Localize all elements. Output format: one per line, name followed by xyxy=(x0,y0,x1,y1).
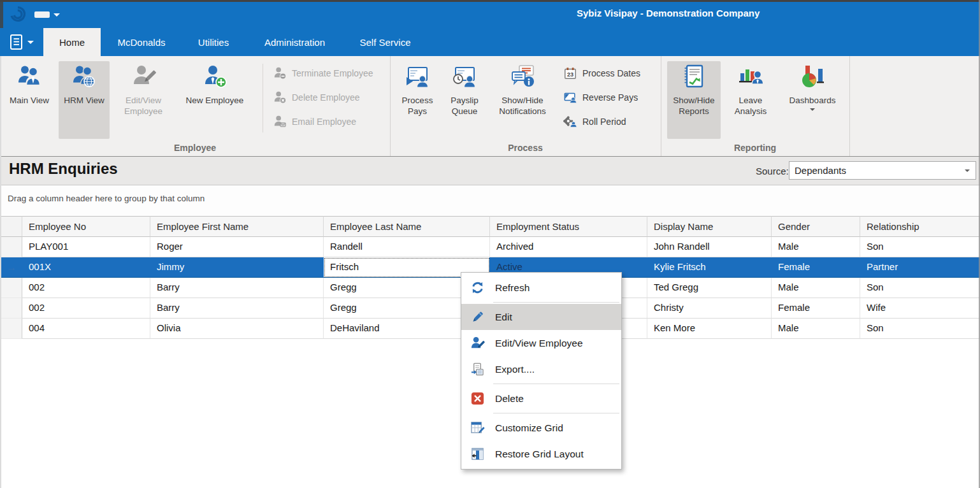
grid-cell[interactable]: Male xyxy=(772,278,860,298)
person-edit-icon xyxy=(131,64,156,89)
menu-item-label: Export.... xyxy=(495,364,535,375)
row-indicator-cell[interactable] xyxy=(1,278,22,298)
show-hide-reports-button[interactable]: Show/Hide Reports xyxy=(667,61,721,139)
grid-cell[interactable]: Son xyxy=(860,319,980,339)
button-label: Reverse Pays xyxy=(582,92,638,103)
tab-self-service[interactable]: Self Service xyxy=(345,28,426,56)
row-indicator-cell[interactable] xyxy=(1,237,22,257)
column-header-employment-status[interactable]: Employment Status xyxy=(490,216,647,237)
grid-cell[interactable]: 004 xyxy=(22,319,150,339)
menu-item-label: Restore Grid Layout xyxy=(495,449,584,460)
grid-cell[interactable]: Son xyxy=(860,278,980,298)
leave-analysis-icon xyxy=(738,64,763,89)
restore-grid-layout-icon xyxy=(470,447,485,461)
source-label: Source: xyxy=(756,166,789,176)
svg-text:23: 23 xyxy=(567,71,573,78)
table-row: PLAY001 Roger Randell Archived John Rand… xyxy=(1,237,980,257)
grid-cell[interactable]: Kylie Fritsch xyxy=(647,257,772,278)
payslip-queue-button[interactable]: Payslip Queue xyxy=(442,61,487,139)
person-delete-icon xyxy=(273,90,287,104)
column-header-first-name[interactable]: Employee First Name xyxy=(150,216,324,237)
customize-grid-icon xyxy=(470,420,485,435)
dashboards-button[interactable]: Dashboards xyxy=(781,61,844,139)
column-header-relationship[interactable]: Relationship xyxy=(860,216,980,237)
column-header-gender[interactable]: Gender xyxy=(772,216,860,237)
column-header-display-name[interactable]: Display Name xyxy=(647,216,772,237)
grid-cell[interactable]: Partner xyxy=(860,257,980,278)
tab-administration[interactable]: Administration xyxy=(251,28,338,56)
grid-cell[interactable]: Female xyxy=(772,257,860,278)
tab-home[interactable]: Home xyxy=(43,28,101,56)
quick-access-toolbar-button[interactable] xyxy=(34,11,50,18)
button-label: Roll Period xyxy=(582,117,626,127)
grid-cell[interactable]: 001X xyxy=(22,257,150,278)
window-top-edge xyxy=(0,0,980,2)
grid-cell[interactable]: Barry xyxy=(150,278,324,298)
app-menu-button[interactable] xyxy=(9,32,36,52)
hrm-view-button[interactable]: HRM View xyxy=(59,61,110,139)
menu-item-edit[interactable]: Edit xyxy=(461,304,621,330)
quick-access-caret-icon[interactable] xyxy=(54,13,60,17)
menu-item-export[interactable]: Export.... xyxy=(461,356,621,382)
refresh-icon xyxy=(470,280,485,295)
show-hide-notifications-button[interactable]: Show/Hide Notifications xyxy=(489,61,556,139)
payslip-queue-icon xyxy=(452,64,477,89)
process-pays-button[interactable]: Process Pays xyxy=(395,61,440,139)
grid-cell[interactable]: Wife xyxy=(860,298,980,319)
app-window: Sybiz Visipay - Demonstration Company Ho… xyxy=(0,0,980,488)
group-by-panel[interactable]: Drag a column header here to group by th… xyxy=(0,186,980,216)
main-view-button[interactable]: Main View xyxy=(4,61,55,139)
page-header-bar: HRM Enquiries Source: Dependants xyxy=(0,156,980,185)
grid-cell[interactable]: Randell xyxy=(324,237,490,257)
ribbon: Main View HRM View xyxy=(0,56,980,156)
process-dates-button[interactable]: 23 Process Dates xyxy=(563,65,640,82)
grid-cell[interactable]: Son xyxy=(860,237,980,257)
grid-cell[interactable]: Olivia xyxy=(150,319,324,339)
menu-item-edit-view-employee[interactable]: Edit/View Employee xyxy=(461,330,621,356)
new-employee-button[interactable]: New Employee xyxy=(176,61,254,139)
grid-cell[interactable]: Male xyxy=(772,237,860,257)
tab-utilities[interactable]: Utilities xyxy=(182,28,245,56)
ribbon-group-process: Process Pays Payslip Queue xyxy=(390,56,661,156)
row-indicator-cell[interactable] xyxy=(1,298,22,319)
column-header-last-name[interactable]: Employee Last Name xyxy=(324,216,490,237)
menu-item-restore-grid-layout[interactable]: Restore Grid Layout xyxy=(461,441,621,467)
reverse-pays-icon xyxy=(563,90,577,104)
menu-item-delete[interactable]: Delete xyxy=(461,385,621,412)
menu-separator xyxy=(493,413,619,413)
button-label: Leave Analysis xyxy=(726,95,775,117)
grid-cell[interactable]: Roger xyxy=(150,237,324,257)
reverse-pays-button[interactable]: Reverse Pays xyxy=(563,89,638,106)
grid-cell[interactable]: Ted Gregg xyxy=(647,278,772,298)
grid-cell[interactable]: Ken More xyxy=(647,319,772,339)
people-icon xyxy=(17,64,42,89)
menu-item-customize-grid[interactable]: Customize Grid xyxy=(461,415,621,441)
button-label: Show/Hide Notifications xyxy=(489,95,556,117)
grid-cell[interactable]: 002 xyxy=(22,298,150,319)
button-label: Payslip Queue xyxy=(442,95,487,117)
ribbon-group-employee: Main View HRM View xyxy=(0,56,391,156)
leave-analysis-button[interactable]: Leave Analysis xyxy=(726,61,775,139)
grid-cell[interactable]: John Randell xyxy=(647,237,772,257)
menu-item-label: Edit xyxy=(495,312,512,323)
grid-cell[interactable]: 002 xyxy=(22,278,150,298)
button-label: Dashboards xyxy=(789,95,836,106)
grid-cell[interactable]: PLAY001 xyxy=(22,237,150,257)
button-label: Process Pays xyxy=(395,95,440,117)
grid-cell[interactable]: Barry xyxy=(150,298,324,319)
column-header-employee-no[interactable]: Employee No xyxy=(22,216,150,237)
grid-cell[interactable]: Male xyxy=(772,319,860,339)
grid-cell[interactable]: Archived xyxy=(490,237,647,257)
button-label: Main View xyxy=(10,95,49,106)
group-label-process: Process xyxy=(390,143,661,153)
grid-cell[interactable]: Christy xyxy=(647,298,772,319)
grid-cell[interactable]: Jimmy xyxy=(150,257,324,278)
roll-period-button[interactable]: Roll Period xyxy=(563,113,626,130)
menu-item-label: Refresh xyxy=(495,282,530,294)
row-indicator-cell[interactable]: → xyxy=(1,257,22,278)
tab-mcdonalds[interactable]: McDonalds xyxy=(107,28,176,56)
grid-cell[interactable]: Female xyxy=(772,298,860,319)
source-select[interactable]: Dependants xyxy=(789,161,976,180)
menu-item-refresh[interactable]: Refresh xyxy=(461,275,621,301)
row-indicator-cell[interactable] xyxy=(1,319,22,339)
